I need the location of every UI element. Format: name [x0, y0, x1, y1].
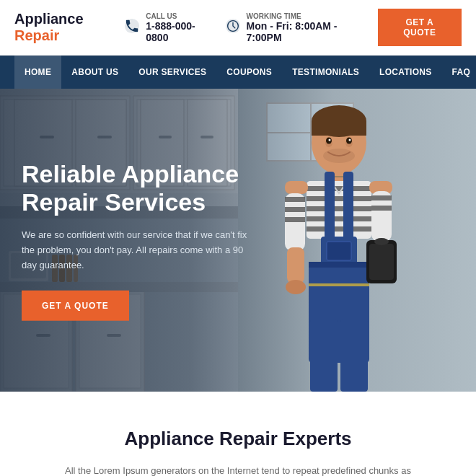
call-label: CALL US — [146, 12, 210, 20]
nav-faq[interactable]: FAQ — [442, 56, 476, 89]
nav-coupons[interactable]: COUPONS — [216, 56, 282, 89]
hours-info: WORKING TIME Mon - Fri: 8:00AM - 7:00PM — [247, 12, 363, 43]
hero-content: Reliable Appliance Repair Services We ar… — [22, 160, 252, 321]
svg-point-43 — [329, 139, 331, 141]
svg-rect-52 — [307, 216, 371, 221]
hero-title: Reliable Appliance Repair Services — [22, 160, 252, 216]
svg-rect-62 — [309, 283, 369, 286]
logo[interactable]: Appliance Repair — [14, 11, 124, 44]
hero-technician — [245, 103, 433, 392]
hero-description: We are so confident with our service tha… — [22, 228, 252, 273]
logo-highlight: Repair — [14, 27, 59, 43]
svg-rect-67 — [285, 217, 305, 222]
nav-home[interactable]: HOME — [14, 56, 61, 89]
svg-rect-75 — [369, 244, 394, 280]
svg-rect-65 — [285, 197, 305, 202]
svg-rect-60 — [310, 319, 338, 392]
nav-about[interactable]: ABOUT US — [61, 56, 128, 89]
logo-text: Appliance — [14, 11, 84, 27]
hours-label: WORKING TIME — [247, 12, 363, 20]
svg-rect-63 — [285, 181, 308, 194]
header-contact-area: CALL US 1-888-000-0800 WORKING TIME Mon … — [124, 9, 462, 46]
svg-point-44 — [349, 139, 351, 141]
clock-icon — [225, 18, 241, 38]
hero-section: Reliable Appliance Repair Services We ar… — [0, 89, 476, 392]
call-number: 1-888-000-0800 — [146, 20, 210, 43]
experts-section: Appliance Repair Experts All the Lorem I… — [0, 392, 476, 476]
svg-point-45 — [323, 149, 355, 163]
phone-contact: CALL US 1-888-000-0800 — [124, 12, 210, 43]
phone-icon — [124, 18, 140, 38]
svg-rect-72 — [371, 195, 392, 200]
nav-locations[interactable]: LOCATIONS — [369, 56, 441, 89]
svg-rect-50 — [307, 196, 371, 201]
main-navigation: HOME ABOUT US OUR SERVICES COUPONS TESTI… — [0, 56, 476, 89]
experts-title: Appliance Repair Experts — [22, 428, 454, 450]
svg-point-76 — [374, 238, 389, 245]
svg-rect-61 — [340, 319, 368, 392]
phone-info: CALL US 1-888-000-0800 — [146, 12, 210, 43]
nav-testimonials[interactable]: TESTIMONIALS — [282, 56, 369, 89]
svg-rect-38 — [312, 121, 366, 136]
svg-rect-49 — [307, 186, 371, 191]
svg-rect-57 — [327, 242, 351, 260]
hours-contact: WORKING TIME Mon - Fri: 8:00AM - 7:00PM — [225, 12, 363, 43]
nav-services[interactable]: OUR SERVICES — [128, 56, 216, 89]
svg-rect-66 — [285, 207, 305, 212]
header-cta-button[interactable]: GET A QUOTE — [378, 9, 462, 46]
hero-cta-button[interactable]: GET A QUOTE — [22, 290, 129, 320]
svg-rect-53 — [307, 226, 371, 232]
svg-rect-73 — [371, 206, 392, 211]
svg-point-69 — [286, 280, 306, 294]
svg-rect-59 — [309, 262, 369, 268]
hours-value: Mon - Fri: 8:00AM - 7:00PM — [247, 20, 363, 43]
svg-rect-68 — [287, 247, 304, 283]
site-header: Appliance Repair CALL US 1-888-000-0800 — [0, 0, 476, 56]
svg-rect-51 — [307, 206, 371, 211]
experts-description: All the Lorem Ipsum generators on the In… — [43, 463, 433, 476]
